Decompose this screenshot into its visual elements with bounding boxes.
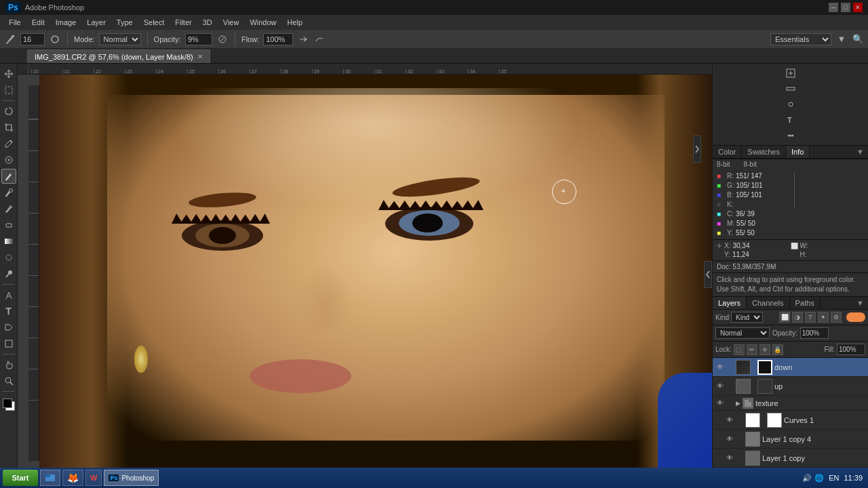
marquee-tool[interactable] — [1, 83, 16, 98]
menu-filter[interactable]: Filter — [170, 17, 196, 28]
lock-image-button[interactable]: ✏ — [747, 344, 757, 355]
workspace-options-icon[interactable]: ▼ — [835, 33, 848, 45]
lang-indicator[interactable]: EN — [827, 474, 841, 482]
pen-tool[interactable] — [1, 287, 16, 302]
lock-position-button[interactable]: ✛ — [760, 344, 770, 355]
panel-minimize-icon[interactable] — [784, 82, 797, 96]
tab-channels[interactable]: Channels — [747, 297, 789, 309]
layer-group-texture[interactable]: 👁 ▶ texture — [713, 396, 868, 411]
lock-all-button[interactable]: 🔒 — [772, 344, 783, 355]
menu-file[interactable]: File — [4, 17, 26, 28]
hand-tool[interactable] — [1, 357, 16, 372]
foreground-background-colors[interactable] — [1, 397, 16, 412]
layer-up-link[interactable] — [727, 383, 734, 390]
menu-edit[interactable]: Edit — [27, 17, 50, 28]
flow-input[interactable] — [263, 33, 293, 45]
shape-tool[interactable] — [1, 336, 16, 351]
close-button[interactable]: ✕ — [853, 3, 863, 12]
layer-texture-link[interactable] — [727, 400, 734, 407]
tab-layers[interactable]: Layers — [713, 297, 747, 309]
move-tool[interactable] — [1, 66, 16, 81]
layers-panel-menu[interactable]: ▼ — [852, 297, 868, 309]
opacity-input[interactable] — [185, 33, 212, 45]
eraser-tool[interactable] — [1, 218, 16, 232]
taskbar-explorer[interactable] — [40, 470, 60, 486]
texture-group-expand[interactable]: ▶ — [736, 400, 741, 407]
menu-3d[interactable]: 3D — [198, 17, 217, 28]
taskbar-photoshop-active[interactable]: Ps Photoshop — [104, 470, 159, 486]
opacity-blend-input[interactable] — [800, 327, 829, 339]
foreground-color-swatch[interactable] — [3, 399, 12, 408]
start-button[interactable]: Start — [3, 470, 38, 486]
maximize-button[interactable]: □ — [841, 3, 850, 12]
taskbar-office[interactable]: W — [85, 470, 102, 486]
titlebar-controls[interactable]: ─ □ ✕ — [829, 3, 863, 12]
layer-curves1[interactable]: 👁 Curves 1 — [713, 411, 868, 430]
opacity-pressure-icon[interactable] — [216, 33, 229, 45]
lock-transparent-button[interactable]: ⬚ — [734, 344, 745, 355]
brush-size-input[interactable] — [20, 33, 45, 45]
tab-color[interactable]: Color — [713, 146, 742, 158]
filter-adjustment-icon[interactable]: ◑ — [792, 312, 803, 323]
workspace-select[interactable]: Essentials — [770, 33, 831, 45]
mode-select[interactable]: Normal — [99, 33, 141, 45]
menu-window[interactable]: Window — [245, 17, 281, 28]
layer-copy[interactable]: 👁 Layer 1 copy — [713, 449, 868, 468]
filter-shape-icon[interactable]: ✦ — [818, 312, 829, 323]
tab-swatches[interactable]: Swatches — [742, 146, 786, 158]
taskbar-firefox[interactable]: 🦊 — [62, 470, 83, 486]
gradient-tool[interactable] — [1, 234, 16, 249]
menu-type[interactable]: Type — [112, 17, 138, 28]
filter-smart-icon[interactable]: ⚙ — [831, 312, 842, 323]
layer-down-mask[interactable] — [757, 360, 772, 375]
crop-tool[interactable] — [1, 120, 16, 135]
layer-copy4-link[interactable] — [736, 436, 743, 443]
history-brush-tool[interactable] — [1, 201, 16, 216]
panel-settings-icon[interactable] — [784, 98, 797, 111]
text-tool[interactable]: T — [1, 304, 16, 319]
fill-input[interactable] — [837, 344, 865, 355]
tab-paths[interactable]: Paths — [790, 297, 821, 309]
layer-copy-visibility[interactable]: 👁 — [725, 453, 734, 463]
filter-type-select[interactable]: Kind — [731, 312, 763, 323]
panel-expand-icon[interactable] — [784, 66, 797, 80]
layer-down[interactable]: 👁 down — [713, 358, 868, 377]
lasso-tool[interactable] — [1, 104, 16, 119]
filter-type-icon[interactable]: T — [805, 312, 816, 323]
brush-tool[interactable] — [1, 169, 16, 184]
brush-options-icon[interactable] — [49, 33, 61, 45]
panel-text-icon[interactable]: T — [784, 113, 797, 127]
path-select-tool[interactable] — [1, 320, 16, 335]
layer-curves1-link[interactable] — [736, 417, 743, 424]
layer-curves1-visibility[interactable]: 👁 — [725, 415, 734, 425]
menu-layer[interactable]: Layer — [82, 17, 111, 28]
menu-select[interactable]: Select — [139, 17, 170, 28]
layer-up-visibility[interactable]: 👁 — [715, 382, 725, 391]
menu-image[interactable]: Image — [51, 17, 81, 28]
panel-extra-icon[interactable] — [784, 129, 797, 142]
blend-mode-select[interactable]: Normal — [715, 327, 770, 339]
minimize-button[interactable]: ─ — [829, 3, 838, 12]
zoom-tool[interactable] — [1, 373, 16, 388]
blur-tool[interactable] — [1, 250, 16, 265]
layer-copy-link[interactable] — [736, 455, 743, 462]
canvas-container[interactable] — [28, 75, 712, 474]
layer-up[interactable]: 👁 up — [713, 377, 868, 396]
dodge-tool[interactable] — [1, 266, 16, 281]
eyedropper-tool[interactable] — [1, 136, 16, 151]
menu-help[interactable]: Help — [283, 17, 308, 28]
menu-view[interactable]: View — [218, 17, 244, 28]
document-tab[interactable]: IMG_3891.CR2 @ 57,6% (down, Layer Mask/8… — [27, 49, 210, 63]
tab-info[interactable]: Info — [786, 146, 810, 158]
layer-down-link[interactable] — [727, 364, 734, 371]
layer-curves1-mask[interactable] — [767, 413, 782, 428]
layer-down-visibility[interactable]: 👁 — [715, 363, 725, 372]
filter-pixel-icon[interactable]: ⬜ — [779, 312, 790, 323]
layer-copy4[interactable]: 👁 Layer 1 copy 4 — [713, 430, 868, 449]
panel-menu-arrow[interactable]: ▼ — [852, 146, 868, 158]
heal-tool[interactable] — [1, 152, 16, 167]
canvas-image[interactable] — [39, 75, 712, 474]
tab-close-button[interactable]: ✕ — [197, 53, 203, 60]
airbrush-icon[interactable] — [297, 33, 309, 45]
layer-copy4-visibility[interactable]: 👁 — [725, 434, 734, 444]
